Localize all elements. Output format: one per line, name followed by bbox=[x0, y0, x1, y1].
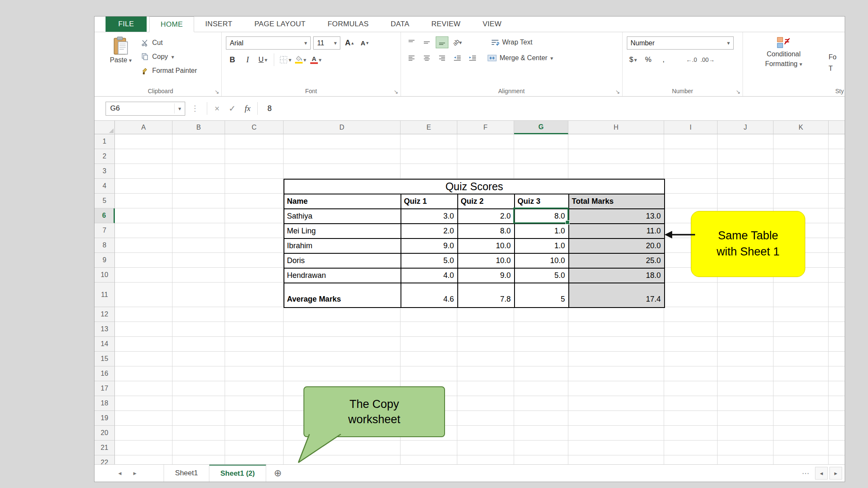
table-header-quiz-1[interactable]: Quiz 1 bbox=[401, 194, 458, 209]
cell-J2[interactable] bbox=[718, 149, 773, 164]
tab-insert[interactable]: INSERT bbox=[194, 17, 243, 32]
cell-I15[interactable] bbox=[664, 352, 718, 366]
row-header-19[interactable]: 19 bbox=[95, 411, 115, 426]
table-cell[interactable]: 3.0 bbox=[401, 209, 458, 224]
cell-A8[interactable] bbox=[115, 238, 172, 253]
cell-A16[interactable] bbox=[115, 366, 172, 381]
cell-E14[interactable] bbox=[401, 337, 457, 352]
row-header-2[interactable]: 2 bbox=[95, 149, 115, 164]
table-average-label[interactable]: Average Marks bbox=[284, 283, 401, 308]
cell-K15[interactable] bbox=[773, 352, 829, 366]
cell-H1[interactable] bbox=[568, 134, 664, 149]
name-box[interactable]: G6 ▾ bbox=[106, 102, 185, 116]
cell-B13[interactable] bbox=[172, 322, 225, 337]
wrap-text-button[interactable]: Wrap Text bbox=[491, 39, 532, 46]
row-header-4[interactable]: 4 bbox=[95, 179, 115, 194]
cell-A21[interactable] bbox=[115, 441, 172, 455]
row-header-9[interactable]: 9 bbox=[95, 253, 115, 268]
cell-C21[interactable] bbox=[225, 441, 284, 455]
table-average-value[interactable]: 17.4 bbox=[569, 283, 665, 308]
table-cell[interactable]: 1.0 bbox=[515, 224, 569, 239]
cell-J22[interactable] bbox=[718, 455, 773, 464]
middle-align-button[interactable] bbox=[420, 36, 433, 48]
sheet-nav-right-icon[interactable]: ▸ bbox=[134, 469, 137, 477]
chevron-down-icon[interactable]: ▾ bbox=[319, 57, 322, 63]
cell-J5[interactable] bbox=[718, 194, 773, 208]
cell-K19[interactable] bbox=[773, 411, 829, 426]
cell-F12[interactable] bbox=[457, 307, 514, 322]
scroll-right-icon[interactable]: ▸ bbox=[829, 467, 842, 480]
cell-J17[interactable] bbox=[718, 381, 773, 396]
tab-home[interactable]: HOME bbox=[149, 17, 194, 32]
cell-D2[interactable] bbox=[284, 149, 401, 164]
dialog-launcher-icon[interactable]: ↘ bbox=[736, 89, 740, 95]
cell-D14[interactable] bbox=[284, 337, 401, 352]
format-as-table-button-clipped[interactable]: Fo T bbox=[829, 36, 837, 85]
accounting-format-button[interactable]: $ ▾ bbox=[627, 53, 640, 66]
cell-A22[interactable] bbox=[115, 455, 172, 464]
cell-D12[interactable] bbox=[284, 307, 401, 322]
scroll-left-icon[interactable]: ◂ bbox=[815, 467, 828, 480]
cell-G21[interactable] bbox=[514, 441, 568, 455]
table-cell[interactable]: Hendrawan bbox=[284, 269, 401, 283]
cell-A3[interactable] bbox=[115, 164, 172, 179]
sheet-nav-left-icon[interactable]: ◂ bbox=[118, 469, 122, 477]
cell-F16[interactable] bbox=[457, 366, 514, 381]
cell-I20[interactable] bbox=[664, 426, 718, 441]
cell-G2[interactable] bbox=[514, 149, 568, 164]
cell-C17[interactable] bbox=[225, 381, 284, 396]
row-header-8[interactable]: 8 bbox=[95, 238, 115, 253]
table-cell[interactable]: Mei Ling bbox=[284, 224, 401, 239]
table-average-value[interactable]: 4.6 bbox=[401, 283, 458, 308]
format-painter-button[interactable]: Format Painter bbox=[141, 64, 197, 77]
cell-H16[interactable] bbox=[568, 366, 664, 381]
cell-C22[interactable] bbox=[225, 455, 284, 464]
cell-K4[interactable] bbox=[773, 179, 829, 194]
cell-B4[interactable] bbox=[172, 179, 225, 194]
cell-A9[interactable] bbox=[115, 253, 172, 268]
increase-decimal-button[interactable]: ←.0 bbox=[685, 53, 698, 66]
cell-F14[interactable] bbox=[457, 337, 514, 352]
table-header-total-marks[interactable]: Total Marks bbox=[569, 194, 665, 209]
column-header-G[interactable]: G bbox=[514, 121, 568, 134]
cell-C13[interactable] bbox=[225, 322, 284, 337]
font-name-combo[interactable]: Arial ▾ bbox=[226, 36, 311, 50]
table-header-quiz-2[interactable]: Quiz 2 bbox=[458, 194, 515, 209]
select-all-corner[interactable] bbox=[95, 121, 115, 134]
dialog-launcher-icon[interactable]: ↘ bbox=[214, 89, 219, 95]
cell-D16[interactable] bbox=[284, 366, 401, 381]
bottom-align-button[interactable] bbox=[436, 36, 448, 48]
cell-K14[interactable] bbox=[773, 337, 829, 352]
cell-E2[interactable] bbox=[401, 149, 457, 164]
cell-B8[interactable] bbox=[172, 238, 225, 253]
cell-J19[interactable] bbox=[718, 411, 773, 426]
increase-font-size-button[interactable]: A ▴ bbox=[343, 37, 356, 50]
column-header-D[interactable]: D bbox=[284, 121, 401, 134]
cell-B16[interactable] bbox=[172, 366, 225, 381]
tab-view[interactable]: VIEW bbox=[472, 17, 513, 32]
cell-G3[interactable] bbox=[514, 164, 568, 179]
cell-H2[interactable] bbox=[568, 149, 664, 164]
cell-H21[interactable] bbox=[568, 441, 664, 455]
cell-J14[interactable] bbox=[718, 337, 773, 352]
table-cell[interactable]: 25.0 bbox=[569, 254, 665, 269]
conditional-formatting-button[interactable]: Conditional Formatting ▾ bbox=[747, 36, 820, 85]
cell-K5[interactable] bbox=[773, 194, 829, 208]
selected-cell-outline[interactable] bbox=[513, 208, 569, 224]
cell-A5[interactable] bbox=[115, 194, 172, 208]
merge-center-button[interactable]: Merge & Center ▾ bbox=[487, 54, 553, 62]
cell-K11[interactable] bbox=[773, 283, 829, 307]
cell-C18[interactable] bbox=[225, 396, 284, 411]
cell-A7[interactable] bbox=[115, 223, 172, 238]
cell-E13[interactable] bbox=[401, 322, 457, 337]
table-cell[interactable]: 13.0 bbox=[569, 209, 665, 224]
column-header-B[interactable]: B bbox=[172, 121, 225, 134]
chevron-down-icon[interactable]: ▾ bbox=[551, 55, 554, 61]
cell-G13[interactable] bbox=[514, 322, 568, 337]
cell-F22[interactable] bbox=[457, 455, 514, 464]
dialog-launcher-icon[interactable]: ↘ bbox=[615, 89, 620, 95]
cell-B12[interactable] bbox=[172, 307, 225, 322]
row-header-14[interactable]: 14 bbox=[95, 337, 115, 352]
cell-F3[interactable] bbox=[457, 164, 514, 179]
cell-J15[interactable] bbox=[718, 352, 773, 366]
